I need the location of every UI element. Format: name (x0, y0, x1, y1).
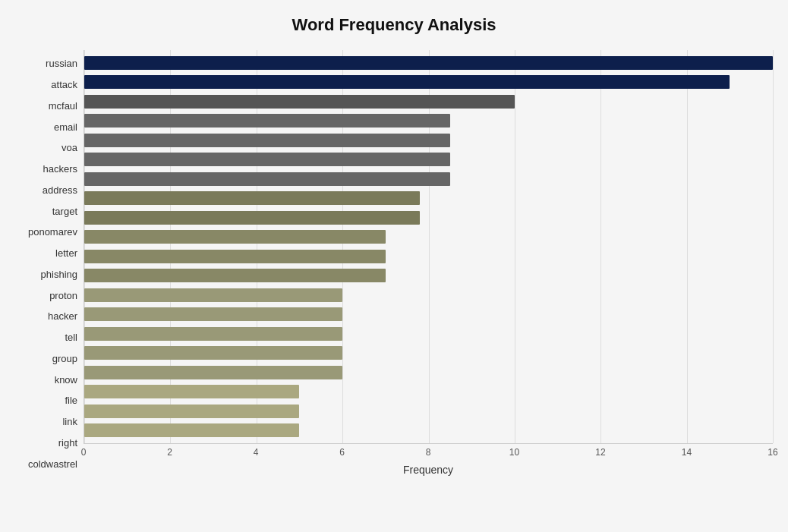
bar-row (84, 131, 773, 150)
bar (84, 269, 386, 282)
bar-row (84, 401, 773, 421)
bar-row (84, 208, 773, 228)
x-tick: 16 (768, 447, 777, 458)
y-label: proton (49, 285, 77, 306)
y-label: attack (51, 74, 77, 96)
bar-row (84, 73, 773, 93)
bar (84, 230, 386, 244)
bar-row (84, 363, 773, 382)
bar-row (84, 150, 773, 170)
chart-container: Word Frequency Analysis russianattackmcf… (0, 0, 788, 532)
y-label: letter (55, 243, 77, 264)
bar-row (84, 344, 773, 364)
bar-row (84, 266, 773, 286)
x-tick: 2 (167, 447, 172, 458)
bar-row (84, 247, 773, 266)
y-label: tell (65, 327, 77, 348)
bar-row (84, 112, 773, 131)
bar (84, 191, 420, 205)
y-label: right (58, 433, 77, 454)
x-tick: 4 (254, 447, 259, 458)
y-label: group (52, 348, 77, 370)
y-label: hackers (43, 159, 77, 180)
y-label: file (65, 390, 77, 411)
y-label: coldwastrel (28, 453, 77, 474)
bar (84, 95, 515, 109)
y-label: target (52, 200, 77, 222)
bar (84, 385, 299, 398)
bar-row (84, 228, 773, 247)
chart-title: Word Frequency Analysis (15, 15, 773, 35)
y-label: ponomarev (28, 222, 77, 243)
bar (84, 172, 450, 186)
y-label: phishing (41, 264, 77, 285)
y-label: mcfaul (49, 96, 77, 117)
y-label: voa (61, 137, 77, 159)
y-axis-labels: russianattackmcfaulemailvoahackersaddres… (15, 50, 84, 476)
bar (84, 153, 450, 166)
bar (84, 405, 299, 418)
bar (84, 307, 342, 321)
bar (84, 327, 342, 341)
y-label: russian (46, 53, 77, 74)
bar (84, 423, 299, 437)
bar (84, 211, 420, 225)
x-tick: 8 (426, 447, 431, 458)
bar-row (84, 382, 773, 402)
grid-line (773, 50, 774, 443)
bar (84, 250, 386, 263)
y-label: hacker (48, 306, 77, 327)
bar (84, 75, 730, 89)
bar (84, 366, 342, 379)
bar-row (84, 53, 773, 73)
x-tick: 6 (339, 447, 345, 458)
bar (84, 134, 450, 147)
x-tick: 0 (81, 447, 87, 458)
bar (84, 114, 450, 127)
x-axis-label: Frequency (84, 464, 773, 476)
bar-row (84, 324, 773, 344)
y-label: address (43, 180, 77, 201)
y-label: know (55, 369, 77, 390)
bar-row (84, 305, 773, 325)
chart-area: russianattackmcfaulemailvoahackersaddres… (15, 50, 773, 476)
bars-area (84, 50, 773, 444)
x-tick: 12 (595, 447, 605, 458)
bar (84, 288, 342, 302)
bar-row (84, 189, 773, 209)
y-label: email (54, 116, 77, 137)
bar-row (84, 421, 773, 441)
x-axis: 0246810121416 (84, 444, 773, 459)
y-label: link (62, 411, 77, 433)
x-tick: 10 (509, 447, 519, 458)
bar (84, 346, 342, 360)
bar-row (84, 92, 773, 112)
bar-row (84, 285, 773, 305)
bar (84, 56, 773, 70)
bar-row (84, 169, 773, 189)
x-tick: 14 (682, 447, 692, 458)
bars-and-xaxis: 0246810121416 Frequency (84, 50, 773, 476)
